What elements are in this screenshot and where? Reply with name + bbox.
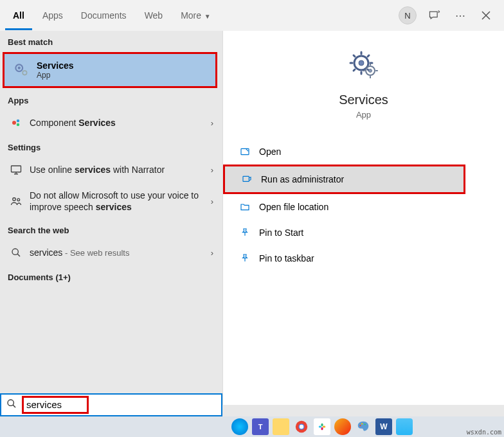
- tab-web[interactable]: Web: [137, 1, 171, 30]
- tab-apps[interactable]: Apps: [35, 1, 71, 30]
- section-best-match: Best match: [0, 31, 222, 51]
- svg-rect-22: [321, 424, 323, 427]
- monitor-icon: [9, 163, 23, 177]
- taskbar-edge-icon[interactable]: [231, 418, 248, 435]
- preview-subtitle: App: [356, 110, 371, 120]
- top-tab-bar: All Apps Documents Web More ▼ N ⋯: [0, 0, 504, 31]
- svg-point-16: [8, 400, 14, 406]
- svg-rect-20: [319, 426, 322, 428]
- svg-point-5: [17, 123, 20, 127]
- watermark: wsxdn.com: [467, 429, 501, 436]
- svg-point-24: [359, 425, 361, 426]
- chevron-right-icon: ›: [211, 118, 213, 128]
- search-icon: [6, 398, 17, 411]
- action-pin-to-start[interactable]: Pin to Start: [223, 220, 504, 245]
- taskbar-word-icon[interactable]: W: [375, 418, 392, 435]
- preview-services-icon: [348, 50, 379, 81]
- action-run-as-admin[interactable]: Run as administrator: [223, 165, 465, 194]
- web-result-services[interactable]: services - See web results ›: [0, 239, 222, 266]
- svg-point-19: [300, 425, 303, 429]
- people-icon: [9, 194, 23, 208]
- chevron-right-icon: ›: [211, 197, 213, 206]
- tab-more[interactable]: More ▼: [173, 1, 219, 30]
- folder-icon: [239, 201, 251, 213]
- taskbar-teams-icon[interactable]: T: [252, 418, 269, 435]
- svg-point-7: [13, 198, 16, 201]
- section-apps: Apps: [0, 89, 222, 109]
- taskbar-slack-icon[interactable]: [314, 418, 330, 435]
- svg-rect-15: [243, 176, 249, 181]
- svg-rect-23: [321, 427, 323, 431]
- taskbar-paint-icon[interactable]: [355, 418, 372, 435]
- pin-taskbar-icon: [239, 252, 251, 265]
- svg-rect-6: [12, 166, 21, 172]
- svg-rect-14: [241, 148, 249, 154]
- results-pane: Best match Services App Apps Component S…: [0, 31, 222, 405]
- pin-start-icon: [239, 226, 251, 239]
- action-open[interactable]: Open: [223, 139, 504, 165]
- taskbar-browser-icon[interactable]: [396, 418, 413, 435]
- chevron-right-icon: ›: [211, 165, 213, 175]
- tab-documents[interactable]: Documents: [73, 1, 134, 30]
- services-gear-icon: [12, 61, 30, 79]
- best-match-item[interactable]: Services App: [3, 52, 217, 88]
- search-bar[interactable]: [0, 393, 222, 416]
- taskbar-chrome-icon[interactable]: [293, 418, 310, 435]
- shield-icon: [240, 173, 253, 186]
- setting-narrator-services[interactable]: Use online services with Narrator ›: [0, 156, 222, 183]
- setting-speech-services[interactable]: Do not allow Microsoft to use your voice…: [0, 183, 222, 219]
- user-avatar[interactable]: N: [399, 6, 417, 24]
- section-documents[interactable]: Documents (1+): [0, 266, 222, 286]
- section-web: Search the web: [0, 219, 222, 239]
- taskbar-app-icon[interactable]: [334, 418, 351, 435]
- action-open-file-location[interactable]: Open file location: [223, 194, 504, 220]
- preview-title: Services: [339, 93, 388, 107]
- more-icon[interactable]: ⋯: [453, 8, 468, 23]
- close-icon[interactable]: [478, 8, 494, 23]
- chevron-right-icon: ›: [211, 248, 213, 258]
- search-input[interactable]: [26, 399, 84, 410]
- svg-point-9: [12, 249, 18, 254]
- app-component-services[interactable]: Component Services ›: [0, 109, 222, 136]
- svg-point-3: [12, 121, 16, 125]
- tab-all[interactable]: All: [5, 1, 32, 30]
- svg-rect-21: [323, 426, 326, 428]
- svg-point-8: [17, 199, 20, 201]
- svg-point-4: [17, 120, 20, 123]
- svg-point-2: [22, 71, 26, 75]
- filter-tabs: All Apps Documents Web More ▼: [5, 1, 219, 30]
- preview-actions: Open Run as administrator Open file loca…: [223, 139, 504, 271]
- taskbar: T W: [0, 416, 504, 437]
- chevron-down-icon: ▼: [203, 13, 211, 20]
- svg-point-25: [361, 423, 363, 424]
- feedback-icon[interactable]: [427, 8, 442, 23]
- preview-pane: Services App Open Run as administrator O…: [222, 31, 504, 405]
- best-match-title: Services: [37, 60, 74, 71]
- svg-point-26: [364, 424, 366, 425]
- svg-point-13: [368, 69, 372, 73]
- search-icon: [9, 245, 23, 260]
- svg-point-1: [18, 67, 21, 69]
- section-settings: Settings: [0, 136, 222, 156]
- best-match-subtitle: App: [37, 71, 74, 80]
- svg-point-11: [359, 60, 364, 66]
- open-icon: [239, 145, 251, 158]
- action-pin-to-taskbar[interactable]: Pin to taskbar: [223, 245, 504, 271]
- taskbar-explorer-icon[interactable]: [273, 418, 289, 435]
- component-services-icon: [9, 116, 23, 130]
